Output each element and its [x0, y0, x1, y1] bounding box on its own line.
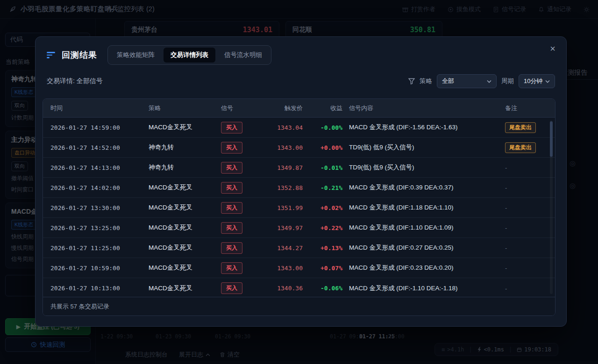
row-signal-content: MACD 金叉形成 (DIF:1.18 DEA:1.10) — [342, 203, 501, 212]
table-row[interactable]: 2026-01-27 11:25:00 MACD金叉死叉 买入 1344.27 … — [43, 238, 555, 258]
modal-title: 回测结果 — [62, 49, 97, 61]
trade-table-header: 时间 策略 信号 触发价 收益 信号内容 备注 — [43, 99, 555, 118]
row-time: 2026-01-27 14:59:00 — [50, 124, 149, 131]
signal-badge: 买入 — [221, 282, 242, 294]
tab-trade-details[interactable]: 交易详情列表 — [164, 48, 215, 63]
row-note: - — [501, 203, 548, 212]
row-note: - — [501, 264, 548, 272]
row-signal-content: MACD 金叉形成 (DIF:0.23 DEA:0.20) — [342, 264, 501, 272]
strategy-filter-label: 策略 — [420, 77, 432, 85]
row-note: 尾盘卖出 — [501, 142, 548, 153]
row-signal: 买入 — [221, 202, 263, 214]
row-pnl: -0.01% — [303, 164, 342, 171]
row-signal-content: MACD 金叉形成 (DIF:0.27 DEA:0.25) — [342, 244, 501, 252]
backtest-result-modal: × 回测结果 策略效能矩阵 交易详情列表 信号流水明细 交易详情: 全部信号 策… — [35, 36, 567, 327]
strategy-select[interactable]: 全部 — [437, 74, 497, 88]
close-icon[interactable]: × — [547, 42, 559, 55]
signal-badge: 买入 — [221, 122, 242, 133]
table-row[interactable]: 2026-01-27 13:30:00 MACD金叉死叉 买入 1351.99 … — [43, 198, 555, 218]
table-row[interactable]: 2026-01-27 14:13:00 神奇九转 买入 1349.87 -0.0… — [43, 158, 555, 178]
table-scrollbar-thumb[interactable] — [550, 121, 553, 157]
row-note: - — [501, 183, 548, 192]
chevron-down-icon — [545, 80, 550, 83]
row-pnl: +0.22% — [303, 224, 342, 231]
row-signal: 买入 — [221, 142, 263, 154]
modal-header: 回测结果 策略效能矩阵 交易详情列表 信号流水明细 — [36, 37, 566, 65]
row-trigger-price: 1349.97 — [263, 224, 303, 231]
row-strategy: MACD金叉死叉 — [149, 224, 221, 232]
row-time: 2026-01-27 14:52:00 — [50, 144, 149, 151]
signal-badge: 买入 — [221, 162, 242, 174]
signal-badge: 买入 — [221, 182, 242, 194]
signal-badge: 买入 — [221, 262, 242, 274]
row-trigger-price: 1349.87 — [263, 164, 303, 171]
row-trigger-price: 1343.00 — [263, 265, 303, 272]
table-row[interactable]: 2026-01-27 13:25:00 MACD金叉死叉 买入 1349.97 … — [43, 218, 555, 238]
filter-lines-icon — [47, 52, 55, 58]
table-row[interactable]: 2026-01-27 14:59:00 MACD金叉死叉 买入 1343.04 … — [43, 118, 555, 138]
table-row[interactable]: 2026-01-27 14:52:00 神奇九转 买入 1343.00 +0.0… — [43, 138, 555, 158]
row-time: 2026-01-27 10:13:00 — [50, 285, 149, 292]
row-pnl: -0.00% — [303, 124, 342, 131]
row-signal: 买入 — [221, 242, 263, 254]
row-time: 2026-01-27 14:02:00 — [50, 184, 149, 191]
period-select[interactable]: 10分钟 — [519, 74, 555, 88]
signal-badge: 买入 — [221, 202, 242, 214]
trade-detail-subtitle: 交易详情: 全部信号 — [47, 77, 103, 85]
row-pnl: +0.02% — [303, 204, 342, 211]
row-strategy: MACD金叉死叉 — [149, 264, 221, 272]
row-trigger-price: 1343.04 — [263, 124, 303, 131]
row-time: 2026-01-27 13:25:00 — [50, 224, 149, 231]
row-time: 2026-01-27 13:30:00 — [50, 204, 149, 211]
row-trigger-price: 1343.00 — [263, 144, 303, 151]
signal-badge: 买入 — [221, 222, 242, 234]
row-strategy: 神奇九转 — [149, 163, 221, 172]
trade-table-footer: 共展示 57 条交易记录 — [43, 297, 555, 315]
row-strategy: MACD金叉死叉 — [149, 244, 221, 252]
row-signal-content: MACD 金叉形成 (DIF:-1.10 DEA:-1.18) — [342, 284, 501, 293]
row-signal: 买入 — [221, 282, 263, 294]
row-time: 2026-01-27 14:13:00 — [50, 164, 149, 171]
table-row[interactable]: 2026-01-27 14:02:00 MACD金叉死叉 买入 1352.88 … — [43, 178, 555, 198]
modal-tabbar: 策略效能矩阵 交易详情列表 信号流水明细 — [107, 45, 271, 65]
row-trigger-price: 1351.99 — [263, 204, 303, 211]
row-signal-content: MACD 金叉形成 (DIF:-1.56 DEA:-1.63) — [342, 123, 501, 132]
table-row[interactable]: 2026-01-27 10:13:00 MACD金叉死叉 买入 1340.36 … — [43, 278, 555, 298]
trade-table: 时间 策略 信号 触发价 收益 信号内容 备注 2026-01-27 14:59… — [43, 98, 555, 316]
row-trigger-price: 1352.88 — [263, 184, 303, 191]
table-row[interactable]: 2026-01-27 10:59:00 MACD金叉死叉 买入 1343.00 … — [43, 258, 555, 278]
row-trigger-price: 1344.27 — [263, 245, 303, 252]
chevron-down-icon — [487, 80, 491, 83]
row-pnl: +0.07% — [303, 265, 342, 272]
row-signal: 买入 — [221, 122, 263, 133]
app-root: 小羽毛股票量化多策略盯盘哨兵 监控列表 (2) 打赏作者 摸鱼模式 — [0, 0, 598, 364]
period-filter-label: 周期 — [501, 77, 514, 85]
row-trigger-price: 1340.36 — [263, 285, 303, 292]
row-strategy: 神奇九转 — [149, 143, 221, 152]
row-signal-content: MACD 金叉形成 (DIF:1.10 DEA:1.09) — [342, 224, 501, 232]
row-pnl: +0.00% — [303, 144, 342, 151]
row-signal: 买入 — [221, 262, 263, 274]
row-time: 2026-01-27 10:59:00 — [50, 265, 149, 272]
funnel-icon — [408, 78, 415, 84]
row-signal: 买入 — [221, 222, 263, 234]
tab-signal-flow[interactable]: 信号流水明细 — [217, 48, 269, 63]
row-pnl: +0.13% — [303, 245, 342, 252]
row-pnl: -0.21% — [303, 184, 342, 191]
row-strategy: MACD金叉死叉 — [149, 203, 221, 212]
row-strategy: MACD金叉死叉 — [149, 123, 221, 132]
tab-strategy-matrix[interactable]: 策略效能矩阵 — [110, 48, 162, 63]
row-note: - — [501, 284, 548, 293]
row-strategy: MACD金叉死叉 — [149, 183, 221, 192]
filter-controls: 策略 全部 周期 10分钟 — [408, 74, 555, 88]
row-note: - — [501, 224, 548, 232]
row-note: - — [501, 244, 548, 252]
row-pnl: -0.06% — [303, 285, 342, 292]
row-signal: 买入 — [221, 182, 263, 194]
trade-table-body: 2026-01-27 14:59:00 MACD金叉死叉 买入 1343.04 … — [43, 118, 555, 298]
row-note: - — [501, 163, 548, 172]
signal-badge: 买入 — [221, 242, 242, 254]
row-signal-content: MACD 金叉形成 (DIF:0.39 DEA:0.37) — [342, 183, 501, 192]
modal-subheader: 交易详情: 全部信号 策略 全部 周期 10分钟 — [36, 65, 566, 88]
row-time: 2026-01-27 11:25:00 — [50, 245, 149, 252]
